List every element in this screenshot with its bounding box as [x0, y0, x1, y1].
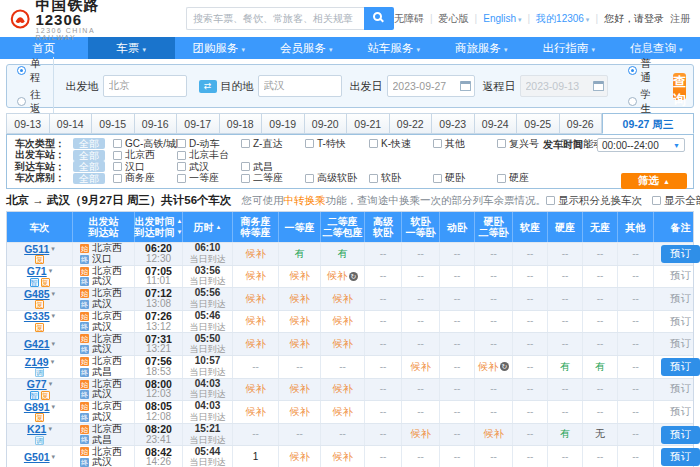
- book-button[interactable]: 预订: [661, 426, 700, 444]
- book-button[interactable]: 预订: [661, 358, 700, 376]
- date-tab-7[interactable]: 09-20: [305, 113, 348, 134]
- filter-option[interactable]: 商务座: [113, 171, 177, 185]
- seat-cell: --: [365, 424, 402, 446]
- filter-option[interactable]: 二等座: [241, 171, 305, 185]
- train-number-link[interactable]: G421: [24, 339, 50, 350]
- depart-time-select[interactable]: 00:00--24:00 ▼: [597, 138, 685, 152]
- nav-item-5[interactable]: 商旅服务▾: [438, 37, 526, 59]
- chevron-down-icon[interactable]: ▾: [51, 244, 55, 255]
- end-station-icon: 终: [80, 277, 89, 286]
- duration-cell: 03:56当日到达: [183, 266, 233, 288]
- date-tab-5[interactable]: 09-18: [220, 113, 263, 134]
- train-number-link[interactable]: G891: [24, 402, 50, 413]
- chevron-down-icon[interactable]: ▾: [51, 357, 55, 368]
- nav-item-3[interactable]: 会员服务▾: [263, 37, 351, 59]
- query-button[interactable]: 查询: [673, 73, 686, 100]
- login-link[interactable]: 您好，请登录: [604, 12, 664, 26]
- register-link[interactable]: 注册: [670, 12, 690, 26]
- date-tab-2[interactable]: 09-15: [92, 113, 135, 134]
- top-link-3[interactable]: 我的12306 ▾: [536, 12, 589, 26]
- date-tab-12[interactable]: 09-25: [517, 113, 560, 134]
- search-input[interactable]: [186, 7, 364, 30]
- filter-option[interactable]: 软卧: [369, 171, 433, 185]
- train-number-link[interactable]: G71: [27, 266, 47, 277]
- book-button[interactable]: 预订: [661, 403, 700, 421]
- filter-all-chip[interactable]: 全部: [73, 173, 105, 184]
- trip-oneway-radio[interactable]: 单程: [17, 57, 41, 85]
- date-tab-13[interactable]: 09-26: [560, 113, 603, 134]
- filter-option[interactable]: Z-直达: [241, 137, 305, 151]
- filter-option[interactable]: 高级软卧: [305, 171, 369, 185]
- filter-button[interactable]: 筛选▲: [621, 173, 687, 189]
- seat-cell: --: [618, 311, 654, 333]
- date-tab-3[interactable]: 09-16: [135, 113, 178, 134]
- date-tab-10[interactable]: 09-23: [432, 113, 475, 134]
- railway-logo-icon: [10, 5, 30, 33]
- swap-stations-icon[interactable]: ⇄: [199, 80, 217, 93]
- train-number-link[interactable]: G77: [27, 379, 47, 390]
- date-tab-6[interactable]: 09-19: [262, 113, 305, 134]
- filter-all-chip[interactable]: 全部: [73, 138, 105, 149]
- to-station-input[interactable]: [258, 75, 342, 97]
- book-button[interactable]: 预订: [661, 335, 700, 353]
- filter-all-chip[interactable]: 全部: [73, 161, 105, 172]
- seat-cell: 候补: [402, 424, 440, 446]
- transfer-link[interactable]: 中转换乘: [284, 194, 326, 206]
- trip-roundtrip-radio[interactable]: 往返: [17, 88, 41, 116]
- filter-all-chip[interactable]: 全部: [73, 150, 105, 161]
- date-tab-8[interactable]: 09-21: [347, 113, 390, 134]
- date-tab-9[interactable]: 09-22: [390, 113, 433, 134]
- train-number-link[interactable]: K21: [27, 424, 46, 435]
- date-tab-1[interactable]: 09-14: [50, 113, 93, 134]
- chevron-down-icon[interactable]: ▾: [52, 339, 56, 350]
- col-header-3[interactable]: 历时▲: [183, 212, 233, 242]
- book-cell: 预订: [654, 401, 700, 423]
- from-station-input[interactable]: [103, 75, 187, 97]
- nav-item-2[interactable]: 团购服务▾: [175, 37, 263, 59]
- chevron-down-icon[interactable]: ▾: [52, 289, 56, 300]
- filter-option[interactable]: 其他: [433, 137, 497, 151]
- book-button[interactable]: 预订: [661, 290, 700, 308]
- train-number-link[interactable]: Z149: [25, 357, 49, 368]
- chevron-down-icon[interactable]: ▾: [52, 402, 56, 413]
- train-number-link[interactable]: G501: [24, 452, 50, 463]
- col-header-2[interactable]: 出发时间▲到达时间▼: [135, 212, 183, 242]
- train-number-link[interactable]: G485: [24, 289, 50, 300]
- book-button[interactable]: 预订: [661, 448, 700, 466]
- search-button[interactable]: [364, 7, 394, 30]
- station-cell: 始北京西终武汉: [73, 311, 135, 333]
- chevron-down-icon[interactable]: ▾: [48, 424, 52, 435]
- date-tab-0[interactable]: 09-13: [6, 113, 50, 134]
- passenger-normal-radio[interactable]: 普通: [628, 57, 652, 85]
- top-link-2[interactable]: English ▾: [483, 13, 521, 24]
- filter-option[interactable]: 硬座: [497, 171, 561, 185]
- train-number-link[interactable]: G511: [24, 244, 49, 255]
- chevron-down-icon[interactable]: ▾: [52, 452, 56, 463]
- filter-option[interactable]: T-特快: [305, 137, 369, 151]
- book-button[interactable]: 预订: [661, 313, 700, 331]
- nav-item-6[interactable]: 出行指南▾: [525, 37, 613, 59]
- train-number-link[interactable]: G335: [24, 311, 50, 322]
- passenger-student-radio[interactable]: 学生: [628, 88, 652, 116]
- display-option-0[interactable]: 显示积分兑换车次: [546, 194, 642, 208]
- book-button[interactable]: 预订: [661, 245, 700, 263]
- book-button[interactable]: 预订: [661, 267, 700, 285]
- chevron-down-icon[interactable]: ▾: [52, 311, 56, 322]
- chevron-down-icon[interactable]: ▾: [49, 379, 53, 390]
- date-tab-active[interactable]: 09-27 周三: [602, 113, 694, 134]
- nav-item-4[interactable]: 站车服务▾: [350, 37, 438, 59]
- filter-option[interactable]: 一等座: [177, 171, 241, 185]
- depart-time-filter: 发车时间： 00:00--24:00 ▼: [543, 138, 685, 152]
- book-button[interactable]: 预订: [661, 380, 700, 398]
- seat-cell: 候补: [233, 266, 279, 288]
- display-option-1[interactable]: 显示全部可预订车次: [652, 194, 700, 208]
- calendar-icon[interactable]: [460, 81, 471, 91]
- nav-item-1[interactable]: 车票▾: [88, 37, 176, 59]
- date-tab-11[interactable]: 09-24: [475, 113, 518, 134]
- chevron-down-icon[interactable]: ▾: [49, 266, 53, 277]
- top-link-0[interactable]: 无障碍: [394, 12, 424, 26]
- filter-option[interactable]: 硬卧: [433, 171, 497, 185]
- top-link-1[interactable]: 爱心版: [439, 12, 469, 26]
- filter-option[interactable]: K-快速: [369, 137, 433, 151]
- date-tab-4[interactable]: 09-17: [177, 113, 220, 134]
